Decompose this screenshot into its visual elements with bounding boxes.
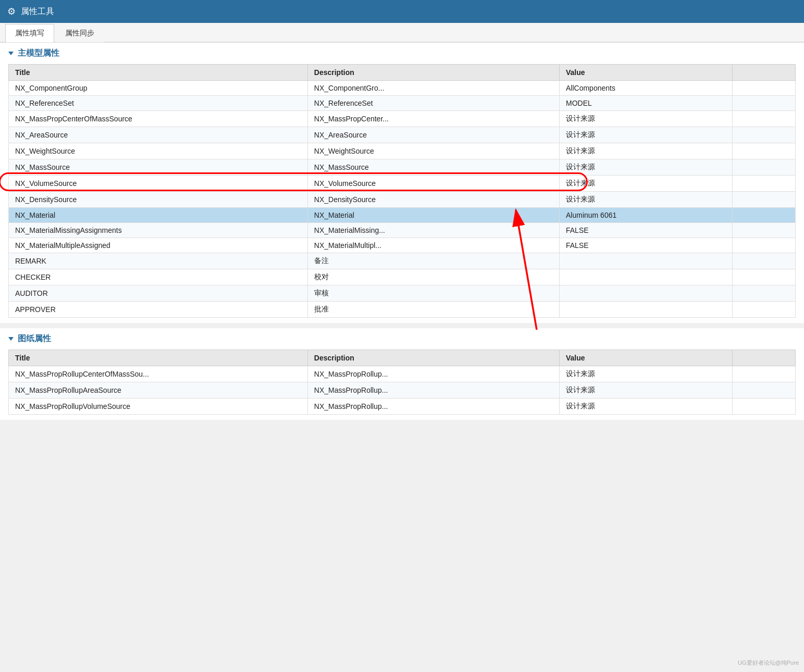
tab-properties-sync[interactable]: 属性同步 (55, 24, 104, 42)
cell-extra (733, 399, 796, 415)
cell-title: APPROVER (9, 302, 308, 318)
table-row[interactable]: NX_VolumeSourceNX_VolumeSource设计来源 (9, 176, 796, 192)
main-table-wrapper: Title Description Value NX_ComponentGrou… (0, 64, 804, 323)
main-properties-table: Title Description Value NX_ComponentGrou… (8, 64, 796, 318)
cell-extra (733, 127, 796, 143)
window-title: 属性工具 (21, 6, 54, 17)
header-value: Value (559, 65, 732, 81)
table-row[interactable]: APPROVER批准 (9, 302, 796, 318)
cell-value: 设计来源 (559, 382, 732, 399)
cell-description: 备注 (307, 253, 559, 269)
cell-extra (733, 366, 796, 382)
drawing-header-value: Value (559, 350, 732, 366)
cell-extra (733, 159, 796, 176)
cell-title: NX_AreaSource (9, 127, 308, 143)
table-row[interactable]: NX_MaterialMultipleAssignedNX_MaterialMu… (9, 238, 796, 253)
gear-icon: ⚙ (7, 6, 16, 17)
cell-description: NX_MaterialMultipl... (307, 238, 559, 253)
drawing-header-extra (733, 350, 796, 366)
table-row[interactable]: AUDITOR审核 (9, 285, 796, 302)
cell-title: NX_WeightSource (9, 143, 308, 159)
cell-title: AUDITOR (9, 285, 308, 302)
main-table-header-row: Title Description Value (9, 65, 796, 81)
cell-value (559, 269, 732, 285)
cell-value (559, 302, 732, 318)
cell-title: NX_ComponentGroup (9, 81, 308, 96)
cell-value (559, 285, 732, 302)
cell-extra (733, 111, 796, 127)
tabs-bar: 属性填写 属性同步 (0, 23, 804, 43)
header-title: Title (9, 65, 308, 81)
tab-properties-fill[interactable]: 属性填写 (5, 24, 54, 42)
cell-description: 批准 (307, 302, 559, 318)
cell-value: 设计来源 (559, 176, 732, 192)
table-row[interactable]: NX_AreaSourceNX_AreaSource设计来源 (9, 127, 796, 143)
cell-extra (733, 81, 796, 96)
cell-title: NX_MassPropRollupAreaSource (9, 382, 308, 399)
table-row[interactable]: NX_MassPropRollupAreaSourceNX_MassPropRo… (9, 382, 796, 399)
cell-value: 设计来源 (559, 192, 732, 208)
cell-extra (733, 208, 796, 223)
main-content: 主模型属性 Title Description Value NX_Compone… (0, 43, 804, 420)
cell-title: NX_DensitySource (9, 192, 308, 208)
collapse-triangle-main[interactable] (8, 52, 14, 55)
table-row[interactable]: NX_ReferenceSetNX_ReferenceSetMODEL (9, 96, 796, 111)
cell-description: NX_MaterialMissing... (307, 223, 559, 238)
table-row[interactable]: NX_MassSourceNX_MassSource设计来源 (9, 159, 796, 176)
cell-extra (733, 143, 796, 159)
cell-description: 审核 (307, 285, 559, 302)
cell-description: NX_MassSource (307, 159, 559, 176)
cell-extra (733, 302, 796, 318)
cell-extra (733, 253, 796, 269)
drawing-header-description: Description (307, 350, 559, 366)
table-row[interactable]: NX_MassPropRollupVolumeSourceNX_MassProp… (9, 399, 796, 415)
title-bar: ⚙ 属性工具 (0, 0, 804, 23)
cell-extra (733, 192, 796, 208)
section-divider (0, 323, 804, 328)
main-section-label: 主模型属性 (18, 48, 59, 59)
cell-value: AllComponents (559, 81, 732, 96)
cell-description: NX_AreaSource (307, 127, 559, 143)
cell-extra (733, 269, 796, 285)
cell-description: NX_MassPropRollup... (307, 366, 559, 382)
table-row[interactable]: NX_WeightSourceNX_WeightSource设计来源 (9, 143, 796, 159)
cell-value: 设计来源 (559, 143, 732, 159)
header-extra (733, 65, 796, 81)
cell-value: 设计来源 (559, 399, 732, 415)
table-row[interactable]: NX_MaterialNX_MaterialAluminum 6061 (9, 208, 796, 223)
table-row[interactable]: REMARK备注 (9, 253, 796, 269)
cell-value: MODEL (559, 96, 732, 111)
cell-description: NX_WeightSource (307, 143, 559, 159)
table-row[interactable]: NX_DensitySourceNX_DensitySource设计来源 (9, 192, 796, 208)
cell-value (559, 253, 732, 269)
drawing-table-header-row: Title Description Value (9, 350, 796, 366)
table-row[interactable]: CHECKER校对 (9, 269, 796, 285)
table-row[interactable]: NX_MaterialMissingAssignmentsNX_Material… (9, 223, 796, 238)
cell-title: NX_MaterialMissingAssignments (9, 223, 308, 238)
drawing-table-wrapper: Title Description Value NX_MassPropRollu… (0, 350, 804, 420)
cell-description: NX_MassPropRollup... (307, 382, 559, 399)
cell-title: NX_MassPropRollupVolumeSource (9, 399, 308, 415)
cell-description: NX_ComponentGro... (307, 81, 559, 96)
cell-description: NX_ReferenceSet (307, 96, 559, 111)
table-row[interactable]: NX_MassPropRollupCenterOfMassSou...NX_Ma… (9, 366, 796, 382)
table-row[interactable]: NX_MassPropCenterOfMassSourceNX_MassProp… (9, 111, 796, 127)
table-row[interactable]: NX_ComponentGroupNX_ComponentGro...AllCo… (9, 81, 796, 96)
cell-value: 设计来源 (559, 111, 732, 127)
collapse-triangle-drawing[interactable] (8, 337, 14, 341)
drawing-section-label: 图纸属性 (18, 333, 51, 344)
cell-value: Aluminum 6061 (559, 208, 732, 223)
cell-extra (733, 238, 796, 253)
cell-value: 设计来源 (559, 159, 732, 176)
drawing-header-title: Title (9, 350, 308, 366)
cell-description: 校对 (307, 269, 559, 285)
drawing-properties-table: Title Description Value NX_MassPropRollu… (8, 350, 796, 415)
cell-extra (733, 285, 796, 302)
drawing-section-header: 图纸属性 (0, 328, 804, 350)
main-section-header: 主模型属性 (0, 43, 804, 64)
cell-value: 设计来源 (559, 366, 732, 382)
cell-title: CHECKER (9, 269, 308, 285)
cell-title: NX_MaterialMultipleAssigned (9, 238, 308, 253)
cell-title: NX_ReferenceSet (9, 96, 308, 111)
header-description: Description (307, 65, 559, 81)
